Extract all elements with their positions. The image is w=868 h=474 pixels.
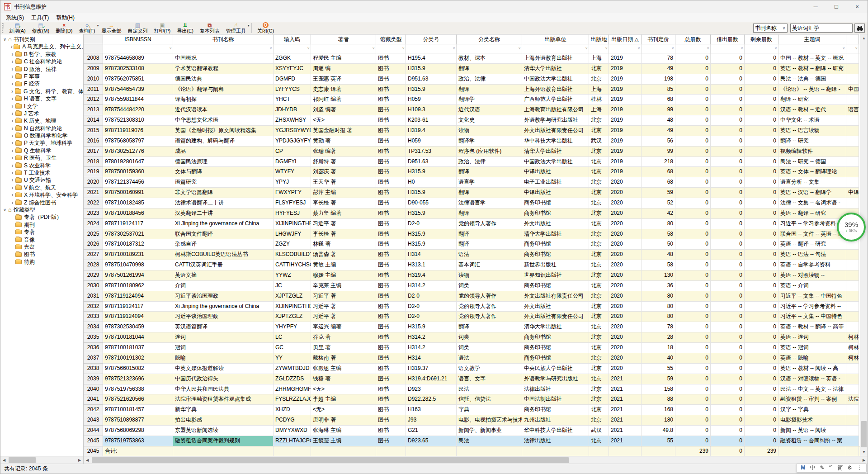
find-button[interactable] (854, 24, 865, 33)
table-row[interactable]: 20349787302530459英汉语篇翻译YHYPFY李运兴 编著图书H31… (84, 322, 868, 332)
download-progress-badge[interactable]: 39% ↓ 0K/s (837, 213, 866, 242)
filter-cell[interactable]: ∨ (675, 44, 711, 53)
toolbar-button-custom-columns[interactable]: ▥自定义列 (125, 22, 151, 34)
filter-cell[interactable]: ∨ (609, 44, 642, 53)
menu-item[interactable]: 系统(S) (2, 13, 28, 22)
table-row[interactable]: 20189780192801647德国民法原理DGMFYL舒斯特 著图书D951… (84, 157, 868, 167)
filter-dropdown-icon[interactable]: ∨ (269, 46, 272, 50)
toolbar-button-copy-list[interactable]: ⧉复本列表 (197, 22, 223, 34)
tree-item[interactable]: ›C 社会科学总论 (0, 58, 83, 65)
table-row[interactable]: 20259787302537021联合国文件翻译LHGWJFY李长栓 著图书H3… (84, 229, 868, 240)
toolbar-button-delete[interactable]: ×删除(D) (52, 22, 75, 34)
toolbar-button-close[interactable]: O关闭(C) (254, 22, 277, 34)
table-row[interactable]: 20419787521620566法院审理融资租赁案件观点集成FYSLRZZLA… (84, 394, 868, 405)
filter-dropdown-icon[interactable]: ∨ (774, 46, 777, 50)
tree-item[interactable]: ›P 天文学、地球科学 (0, 139, 83, 147)
maximize-button[interactable]: □ (826, 0, 847, 13)
table-row[interactable]: 20279787100189231柯林斯COBUILD英语语法丛书KLSCOBU… (84, 250, 868, 260)
filter-dropdown-icon[interactable]: ∨ (402, 46, 405, 50)
table-row[interactable]: 20229787100182485法律术语翻译二十讲FLSYFYESJ李长栓 著… (84, 198, 868, 209)
filter-cell[interactable]: ∨ (376, 44, 406, 53)
tree-item[interactable]: ›B 哲学、宗教 (0, 51, 83, 58)
table-scroll-thumb[interactable] (92, 457, 569, 463)
filter-dropdown-icon[interactable]: ∨ (453, 46, 455, 50)
scroll-right-icon[interactable]: ▶ (76, 457, 83, 464)
tree-root-item[interactable]: ∨⌂书刊类别 (0, 36, 83, 43)
filter-dropdown-icon[interactable]: ∨ (707, 46, 709, 50)
ime-toolbar[interactable]: M中✎°´简⚙⋮ (796, 463, 867, 473)
table-row[interactable]: 20109787562075851德国民法典DGMFD王宠惠 英译图书D951.… (84, 74, 868, 85)
table-row[interactable]: 20179787302512776成品CP张瑞 编著图书TP317.53程序包 … (84, 147, 868, 157)
table-row[interactable]: 20359787100181044连词LC乔克 著图书H314.2词类商务印书馆… (84, 332, 868, 343)
filter-dropdown-icon[interactable]: ∨ (855, 46, 858, 50)
filter-cell[interactable]: ∨ (589, 44, 609, 53)
table-row[interactable]: 20339787119124094习近平谈治国理政XJPTZGLZ习近平 著图书… (84, 312, 868, 322)
filter-dropdown-icon[interactable]: ∨ (671, 46, 674, 50)
toolbar-button-export[interactable]: ⇊导出(E) (174, 22, 197, 34)
search-field-select[interactable]: 书刊名称 ∨ (753, 24, 788, 33)
table-row[interactable]: 20289787510470998CATTI汉英词汇手册CATTIHYCHSC黄… (84, 260, 868, 270)
filter-cell[interactable]: ∨ (642, 44, 675, 53)
tree-item[interactable]: ›U 交通运输 (0, 176, 83, 184)
menu-item[interactable]: 帮助(H) (52, 13, 78, 22)
filter-cell[interactable]: ∨ (103, 44, 173, 53)
close-button[interactable]: × (847, 0, 868, 13)
filter-cell[interactable]: ∨ (311, 44, 376, 53)
table-row[interactable]: 20219787500160991非文学语篇翻译FWXYPFY彭萍 主编图书H3… (84, 188, 868, 198)
tree-item[interactable]: ›I 文学 (0, 103, 83, 110)
table-row[interactable]: 20089787544658089中国概况ZGGK程爱民 主编图书H195.4教… (84, 53, 868, 64)
vertical-scrollbar[interactable]: ▲ ▼ (860, 34, 868, 456)
tree-item[interactable]: ›K 历史、地理 (0, 117, 83, 124)
toolbar-button-query[interactable]: ○╲查询(F)▾ (75, 22, 98, 34)
filter-dropdown-icon[interactable]: ∨ (307, 46, 310, 50)
filter-cell[interactable]: ∨ (274, 44, 311, 53)
table-row[interactable]: 20249787119124117Xi Jinping the governan… (84, 219, 868, 229)
tree-item[interactable]: ›T 工业技术 (0, 169, 83, 176)
table-row[interactable]: 20429787100181457新华字典XHZD<无>图书H163字典商务印书… (84, 405, 868, 415)
ime-item[interactable]: M (801, 463, 805, 473)
ime-item[interactable]: ✎ (820, 463, 824, 473)
filter-cell[interactable]: ∨ (406, 44, 457, 53)
filter-cell[interactable]: ∨ (522, 44, 589, 53)
table-row[interactable]: 20099787302533108学术英语翻译教程XSYYFYJC周遂 编图书H… (84, 64, 868, 74)
tree-item[interactable]: 图书 (0, 251, 83, 258)
table-row[interactable]: 20199787500159360文体与翻译WTYFY刘宓庆 著图书H315.9… (84, 167, 868, 177)
table-row[interactable]: 20169787568058797语篇的建构、解码与翻译YPDJGJGYFY黄勤… (84, 136, 868, 147)
tree-scroll-track[interactable] (8, 457, 76, 464)
ime-item[interactable]: ⋮ (857, 463, 862, 473)
filter-cell[interactable]: ∨ (711, 44, 745, 53)
tree-root-item[interactable]: ∨⌂馆藏类型 (0, 206, 83, 213)
tree-item[interactable]: ›E 军事 (0, 73, 83, 80)
filter-cell[interactable]: ∨ (846, 44, 859, 53)
tree-item[interactable]: ›D 政治、法律 (0, 66, 83, 73)
scroll-left-icon[interactable]: ◀ (84, 457, 91, 464)
filter-dropdown-icon[interactable]: ∨ (637, 46, 640, 50)
table-row[interactable]: 20129787559811844译海初探YHCT祁阿红 编著图书H059翻译学… (84, 95, 868, 105)
table-scroll-track[interactable] (91, 457, 860, 464)
vertical-scroll-thumb[interactable] (861, 421, 867, 447)
tree-item[interactable]: 音像 (0, 236, 83, 243)
tree-horizontal-scrollbar[interactable]: ◀ ▶ (0, 456, 83, 464)
tree-item[interactable]: ›G 文化、科学、教育、体育 (0, 88, 83, 95)
tree-item[interactable]: ›N 自然科学总论 (0, 125, 83, 132)
table-row[interactable]: 20409787519756338中华人民共和国民法典ZHRMGHGMF<无>图… (84, 384, 868, 395)
table-row[interactable]: 20149787521308310中华思想文化术语ZHSXWHSY<无>图书K2… (84, 115, 868, 126)
filter-dropdown-icon[interactable]: ∨ (169, 46, 172, 50)
table-row[interactable]: 20119787544654739《论语》翻译与阐释LYFYYCS史志康 译著图… (84, 85, 868, 95)
chevron-down-icon[interactable]: ∨ (2, 206, 8, 213)
tree-item[interactable]: 待购 (0, 258, 83, 265)
filter-dropdown-icon[interactable]: ∨ (605, 46, 608, 50)
table-row[interactable]: 20439787510898877拍出电影感PCDYG唐明非 著图书J93电影、… (84, 415, 868, 426)
filter-dropdown-icon[interactable]: ∨ (518, 46, 521, 50)
tree-item[interactable]: ›Q 生物科学 (0, 147, 83, 154)
filter-cell[interactable]: ∨ (745, 44, 778, 53)
tree-item[interactable]: ›O 数理科学和化学 (0, 132, 83, 139)
tree-item[interactable]: 专著 (0, 228, 83, 236)
filter-dropdown-icon[interactable]: ∨ (372, 46, 375, 50)
table-row[interactable]: 20319787119124094习近平谈治国理政XJPTZGLZ习近平 著图书… (84, 291, 868, 302)
filter-cell[interactable]: ∨ (173, 44, 274, 53)
toolbar-button-show-all[interactable]: →显示全部 (99, 22, 125, 34)
tree-item[interactable]: ›R 医药、卫生 (0, 154, 83, 161)
tree-item[interactable]: ›F 经济 (0, 80, 83, 87)
scroll-right-icon[interactable]: ▶ (860, 457, 868, 464)
